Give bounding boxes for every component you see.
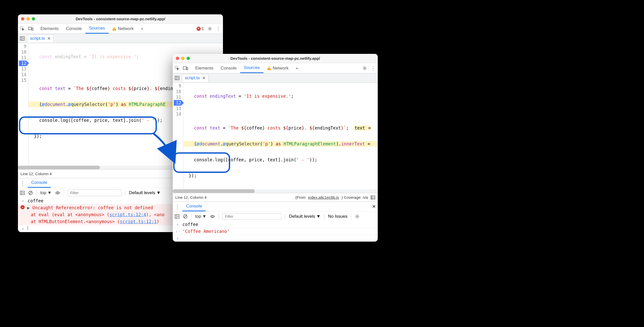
svg-line-28 (184, 215, 187, 218)
error-icon: ✕ (21, 205, 25, 209)
svg-rect-16 (269, 67, 269, 69)
h-scrollbar[interactable] (173, 189, 378, 193)
tab-elements[interactable]: Elements (37, 24, 62, 34)
cursor (28, 226, 28, 230)
tab-console[interactable]: Console (62, 24, 85, 34)
filter-input[interactable] (68, 190, 121, 196)
levels-selector[interactable]: Default levels ▼ (129, 190, 161, 195)
eye-icon[interactable] (55, 191, 60, 195)
tab-network-label: Network (118, 26, 134, 31)
issues-label[interactable]: No Issues (328, 214, 347, 219)
line-gutter: 9 10 11 12 13 14 (173, 83, 183, 189)
file-tab-bar: script.ts ✕ (173, 73, 378, 83)
sourcemap-from-label: (From (295, 195, 306, 200)
svg-point-5 (209, 28, 211, 29)
tabs-overflow[interactable]: » (137, 24, 146, 34)
tab-elements[interactable]: Elements (192, 63, 217, 73)
tab-network[interactable]: Network (109, 24, 137, 34)
clear-icon[interactable] (28, 191, 33, 195)
levels-selector[interactable]: Default levels ▼ (289, 214, 321, 219)
coverage-label: ) Coverage: n/a (342, 195, 368, 200)
trace-link[interactable]: script.ts:12:4 (109, 212, 146, 217)
file-name: script.ts (30, 36, 45, 41)
tabs-overflow[interactable]: » (292, 63, 301, 73)
kebab-icon[interactable]: ⋮ (20, 180, 25, 186)
main-tabs: Elements Console Sources Network » ✕ 1 ⋮ (18, 24, 223, 34)
device-icon[interactable] (28, 27, 33, 31)
trace-link[interactable]: script.ts:12:1 (120, 219, 157, 224)
console-output[interactable]: › coffee ‹· 'Coffee Americano' › (173, 221, 378, 242)
file-tab-bar: script.ts ✕ (18, 34, 223, 43)
svg-rect-19 (175, 76, 179, 80)
expand-icon[interactable]: ▶ (27, 205, 30, 210)
chevrons-right-icon: » (296, 66, 297, 71)
prompt-icon: › (175, 222, 180, 227)
gear-icon[interactable] (362, 66, 367, 71)
svg-point-29 (212, 216, 213, 217)
svg-point-12 (57, 192, 58, 194)
close-icon[interactable]: ✕ (47, 36, 51, 41)
svg-rect-8 (20, 191, 24, 195)
svg-rect-2 (32, 28, 33, 30)
close-icon[interactable]: ✕ (372, 204, 376, 209)
kebab-icon[interactable]: ⋮ (216, 26, 221, 32)
code-lines: const endingText = 'It is expensive.'; c… (183, 83, 378, 189)
error-message: Uncaught ReferenceError: coffee is not d… (32, 205, 153, 210)
console-input-text: coffee (182, 222, 198, 227)
sidebar-toggle-icon[interactable] (20, 191, 25, 195)
svg-rect-14 (183, 67, 186, 69)
chevrons-right-icon: » (141, 26, 142, 31)
console-input-text: coffee (28, 198, 43, 203)
tab-network[interactable]: Network (263, 63, 292, 73)
kebab-icon[interactable]: ⋮ (175, 204, 180, 210)
line-gutter: 9 10 11 12 13 14 15 (18, 43, 29, 166)
context-selector[interactable]: top ▼ (40, 190, 52, 195)
scrollbar-thumb[interactable] (173, 189, 255, 193)
close-icon[interactable]: ✕ (202, 75, 206, 81)
inspect-icon[interactable] (175, 66, 179, 71)
clear-icon[interactable] (183, 214, 188, 219)
error-badge[interactable]: ✕ 1 (197, 26, 204, 31)
error-icon: ✕ (197, 27, 201, 31)
return-icon: ‹· (175, 229, 180, 234)
tab-sources[interactable]: Sources (85, 24, 108, 34)
tab-sources[interactable]: Sources (240, 63, 263, 73)
navigator-icon[interactable] (20, 36, 25, 41)
titlebar: DevTools - consistent-source-map-pc.netl… (173, 54, 378, 63)
svg-rect-15 (187, 67, 188, 70)
file-name: script.ts (185, 75, 200, 81)
filter-input[interactable] (222, 213, 281, 220)
devtools-window-after: DevTools - consistent-source-map-pc.netl… (173, 54, 378, 242)
gear-icon[interactable] (208, 26, 212, 31)
scrollbar-thumb[interactable] (18, 166, 100, 169)
svg-point-30 (356, 216, 358, 217)
context-selector[interactable]: top ▼ (195, 214, 206, 219)
code-editor[interactable]: 9 10 11 12 13 14 const endingText = 'It … (173, 83, 378, 189)
coverage-icon[interactable] (371, 195, 375, 200)
error-count: 1 (202, 26, 204, 31)
inspect-icon[interactable] (20, 26, 25, 31)
drawer-tab-console[interactable]: Console (182, 202, 206, 211)
status-bar: Line 12, Column 4 (From index.a8c1ec6b.j… (173, 193, 378, 202)
sidebar-toggle-icon[interactable] (175, 214, 179, 219)
window-title: DevTools - consistent-source-map-pc.netl… (173, 56, 378, 61)
eye-icon[interactable] (210, 215, 215, 218)
sourcemap-link[interactable]: index.a8c1ec6b.js (308, 195, 339, 200)
prompt-icon: › (21, 198, 25, 203)
kebab-icon[interactable]: ⋮ (371, 65, 376, 71)
svg-rect-4 (114, 29, 115, 30)
device-icon[interactable] (183, 66, 188, 70)
console-output-text: 'Coffee Americano' (182, 229, 230, 234)
file-tab-script[interactable]: script.ts ✕ (27, 35, 54, 42)
chevron-down-icon: ▼ (202, 214, 207, 219)
console-output-row: ‹· 'Coffee Americano' (173, 228, 378, 235)
console-prompt-row[interactable]: › (173, 235, 378, 242)
gear-icon[interactable] (355, 214, 360, 219)
drawer-tab-console[interactable]: Console (28, 178, 51, 188)
tab-console[interactable]: Console (217, 63, 240, 73)
drawer-tabs: ⋮ Console ✕ (173, 202, 378, 211)
file-tab-script[interactable]: script.ts ✕ (182, 74, 208, 82)
svg-rect-1 (28, 27, 32, 30)
svg-rect-25 (175, 215, 179, 218)
navigator-icon[interactable] (175, 76, 179, 80)
